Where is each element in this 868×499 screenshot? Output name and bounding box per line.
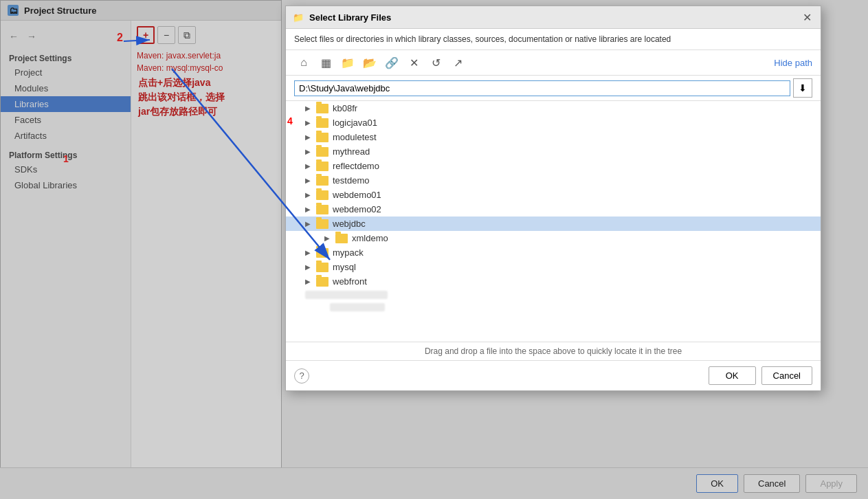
- list-item[interactable]: ▶ logicjava01: [286, 115, 821, 130]
- select-library-dialog: 📁 Select Library Files ✕ Select files or…: [285, 5, 821, 391]
- remove-button[interactable]: ✕: [404, 53, 423, 72]
- expand-arrow-icon: ▶: [305, 119, 316, 126]
- list-item[interactable]: ▶ testdemo: [286, 173, 821, 188]
- folder-icon: [316, 248, 329, 258]
- expand-folder-button[interactable]: 📂: [360, 53, 379, 72]
- path-row: ⬇: [286, 76, 821, 101]
- expand-arrow-icon: ▶: [305, 133, 316, 141]
- list-item[interactable]: [286, 301, 821, 313]
- folder-icon: [316, 263, 329, 272]
- expand-arrow-icon: ▶: [305, 162, 316, 170]
- list-item[interactable]: ▶ moduletest: [286, 130, 821, 144]
- folder-icon: [316, 104, 329, 113]
- expand-arrow-icon: ▶: [305, 206, 316, 213]
- dialog-cancel-button[interactable]: Cancel: [761, 366, 812, 385]
- drop-hint: Drag and drop a file into the space abov…: [286, 342, 821, 360]
- folder-icon: [316, 118, 329, 128]
- folder-link-button[interactable]: 🔗: [382, 53, 401, 72]
- folder-icon: [316, 219, 329, 229]
- list-item[interactable]: ▶ webfront: [286, 274, 821, 289]
- path-download-button[interactable]: ⬇: [793, 78, 812, 98]
- list-item-webjdbc[interactable]: ▶ webjdbc: [286, 217, 821, 231]
- list-item[interactable]: ▶ mypack: [286, 245, 821, 260]
- dialog-titlebar: 📁 Select Library Files ✕: [286, 6, 821, 29]
- expand-arrow-icon: ▶: [305, 278, 316, 285]
- folder-icon: [316, 147, 329, 157]
- expand-arrow-icon: ▶: [305, 191, 316, 199]
- list-item[interactable]: ▶ mysql: [286, 260, 821, 274]
- list-item[interactable]: ▶ webdemo01: [286, 188, 821, 202]
- path-input[interactable]: [294, 80, 790, 96]
- dialog-footer: ? OK Cancel: [286, 360, 821, 390]
- expand-arrow-icon: ▶: [305, 220, 316, 228]
- dialog-toolbar: ⌂ ▦ 📁 📂 🔗 ✕ ↺ ↗ Hide path: [286, 50, 821, 76]
- folder-icon: [316, 277, 329, 287]
- list-item[interactable]: ▶ webdemo02: [286, 202, 821, 217]
- expand-arrow-icon: ▶: [305, 104, 316, 112]
- file-tree: ▶ kb08fr ▶ logicjava01 ▶ moduletest ▶ my…: [286, 101, 821, 342]
- dialog-title: Select Library Files: [309, 12, 391, 23]
- folder-icon: [335, 234, 348, 243]
- external-button[interactable]: ↗: [448, 53, 467, 72]
- expand-arrow-icon: ▶: [305, 263, 316, 271]
- dialog-description: Select files or directories in which lib…: [286, 29, 821, 50]
- folder-icon: [316, 190, 329, 200]
- help-button[interactable]: ?: [294, 368, 309, 384]
- folder-icon: [316, 205, 329, 214]
- expand-arrow-icon: ▶: [305, 249, 316, 256]
- expand-arrow-icon: ▶: [305, 148, 316, 155]
- dialog-footer-buttons: OK Cancel: [709, 366, 812, 385]
- home-button[interactable]: ⌂: [294, 53, 313, 72]
- dialog-title-area: 📁 Select Library Files: [293, 12, 391, 23]
- refresh-button[interactable]: ↺: [426, 53, 445, 72]
- list-item[interactable]: ▶ kb08fr: [286, 101, 821, 115]
- expand-arrow-icon: ▶: [324, 234, 335, 242]
- list-item[interactable]: ▶ reflectdemo: [286, 159, 821, 173]
- dialog-title-icon: 📁: [293, 12, 304, 23]
- folder-icon: [316, 162, 329, 171]
- dialog-ok-button[interactable]: OK: [709, 366, 756, 385]
- hide-path-button[interactable]: Hide path: [774, 58, 812, 68]
- list-item[interactable]: ▶ xmldemo: [286, 231, 821, 245]
- expand-arrow-icon: ▶: [305, 177, 316, 184]
- list-item[interactable]: ▶ mythread: [286, 144, 821, 159]
- list-item[interactable]: [286, 289, 821, 301]
- view-button[interactable]: ▦: [316, 53, 335, 72]
- folder-icon: [316, 176, 329, 186]
- step4-annotation: 4: [287, 115, 293, 126]
- folder-icon: [316, 133, 329, 142]
- new-folder-button[interactable]: 📁: [338, 53, 357, 72]
- dialog-close-button[interactable]: ✕: [800, 10, 814, 24]
